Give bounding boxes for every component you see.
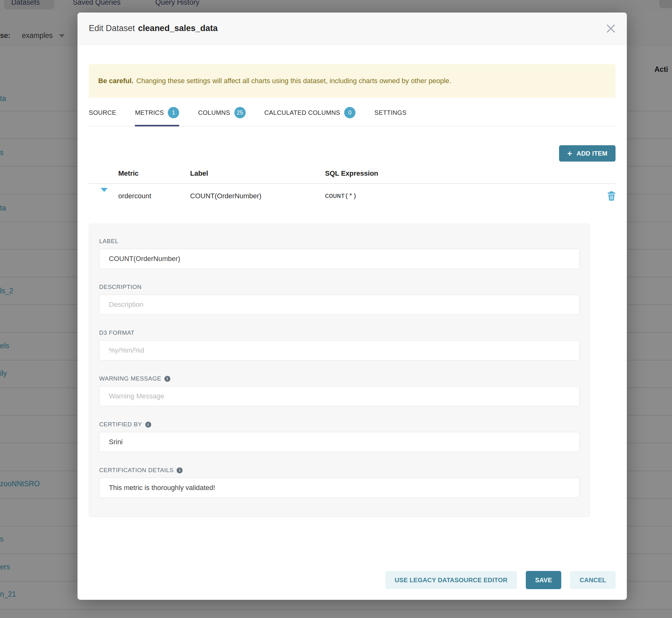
trash-icon [607, 191, 615, 201]
certification-details-field: CERTIFICATION DETAILS i [99, 467, 579, 498]
calculated-columns-count-badge: 0 [344, 107, 356, 118]
save-button[interactable]: SAVE [526, 571, 562, 589]
metrics-table-header: Metric Label SQL Expression [89, 170, 615, 184]
modal-title: Edit Datasetcleaned_sales_data [89, 23, 218, 33]
tab-label: CALCULATED COLUMNS [265, 109, 341, 116]
edit-dataset-modal: Edit Datasetcleaned_sales_data Be carefu… [78, 13, 627, 600]
label-input[interactable] [99, 249, 579, 269]
plus-icon: + [567, 149, 572, 158]
warning-message-field-label: WARNING MESSAGE i [99, 375, 579, 382]
label-field: LABEL [99, 238, 579, 269]
info-icon[interactable]: i [145, 422, 151, 428]
dataset-editor-tabs: SOURCE METRICS 1 COLUMNS 25 CALCULATED C… [89, 103, 615, 126]
metric-row: ordercount COUNT(OrderNumber) COUNT(*) [89, 184, 615, 208]
columns-count-badge: 25 [234, 107, 246, 118]
warning-banner-text: Changing these settings will affect all … [136, 77, 452, 85]
modal-dataset-name: cleaned_sales_data [138, 23, 218, 33]
warning-message-input[interactable] [99, 386, 579, 406]
certification-details-input[interactable] [99, 478, 579, 498]
metric-name: ordercount [118, 192, 190, 200]
certified-by-field: CERTIFIED BY i [99, 421, 579, 452]
column-header-label: Label [190, 170, 325, 178]
tab-metrics[interactable]: METRICS 1 [135, 103, 179, 126]
d3-format-input[interactable] [99, 340, 579, 360]
info-icon[interactable]: i [177, 468, 183, 474]
collapse-caret-icon[interactable] [101, 188, 108, 200]
d3-format-field-label: D3 FORMAT [99, 329, 579, 336]
modal-header: Edit Datasetcleaned_sales_data [78, 13, 627, 44]
warning-message-field: WARNING MESSAGE i [99, 375, 579, 406]
metric-detail-panel: LABEL DESCRIPTION D3 FORMAT WARNING MESS… [89, 224, 590, 517]
use-legacy-datasource-editor-button[interactable]: USE LEGACY DATASOURCE EDITOR [385, 571, 517, 589]
certified-by-field-label: CERTIFIED BY i [99, 421, 579, 428]
add-item-row: + ADD ITEM [89, 145, 615, 162]
add-item-label: ADD ITEM [577, 150, 607, 157]
tab-label: COLUMNS [198, 109, 230, 116]
d3-format-field: D3 FORMAT [99, 329, 579, 360]
modal-footer: USE LEGACY DATASOURCE EDITOR SAVE CANCEL [385, 571, 615, 589]
description-input[interactable] [99, 295, 579, 315]
tab-settings[interactable]: SETTINGS [374, 103, 406, 126]
close-button[interactable] [604, 22, 617, 35]
tab-label: SETTINGS [374, 109, 406, 116]
description-field: DESCRIPTION [99, 284, 579, 315]
add-item-button[interactable]: + ADD ITEM [559, 145, 615, 162]
warning-banner-bold: Be careful. [98, 77, 134, 85]
close-icon [606, 24, 615, 33]
column-header-metric: Metric [118, 170, 190, 178]
tab-columns[interactable]: COLUMNS 25 [198, 103, 245, 126]
info-icon[interactable]: i [164, 376, 170, 382]
tab-label: SOURCE [89, 109, 116, 116]
label-field-label: LABEL [99, 238, 579, 245]
tab-source[interactable]: SOURCE [89, 103, 116, 126]
warning-banner: Be careful.Changing these settings will … [89, 64, 615, 98]
modal-body: Be careful.Changing these settings will … [78, 64, 627, 609]
metric-label: COUNT(OrderNumber) [190, 192, 325, 200]
description-field-label: DESCRIPTION [99, 284, 579, 291]
cancel-button[interactable]: CANCEL [570, 571, 615, 589]
certified-by-input[interactable] [99, 432, 579, 452]
delete-metric-button[interactable] [597, 191, 615, 201]
tab-calculated-columns[interactable]: CALCULATED COLUMNS 0 [265, 103, 356, 126]
column-header-sql: SQL Expression [325, 170, 597, 178]
tab-label: METRICS [135, 109, 164, 116]
certification-details-field-label: CERTIFICATION DETAILS i [99, 467, 579, 474]
metric-sql-expression: COUNT(*) [325, 193, 597, 200]
modal-title-prefix: Edit Dataset [89, 23, 135, 33]
metrics-count-badge: 1 [168, 107, 179, 118]
